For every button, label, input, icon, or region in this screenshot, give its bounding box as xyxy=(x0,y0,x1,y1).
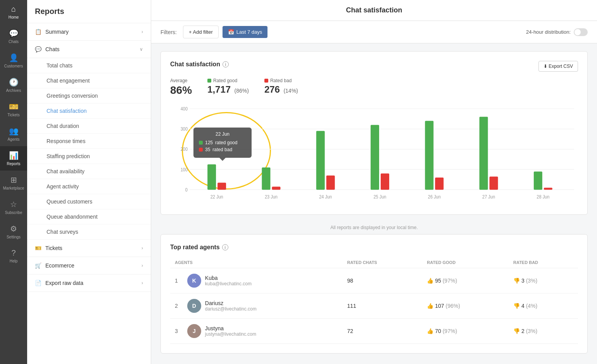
svg-rect-25 xyxy=(480,117,488,190)
svg-text:400: 400 xyxy=(181,106,188,111)
rank-cell: 2 xyxy=(170,293,183,319)
subscribe-icon: ☆ xyxy=(10,200,17,209)
sidebar-subitem-chat-engagement[interactable]: Chat engagement xyxy=(27,73,151,88)
rated-good-value: 1,717 xyxy=(207,84,231,95)
add-filter-button[interactable]: + Add filter xyxy=(183,26,219,38)
sidebar-header: Reports xyxy=(27,0,151,23)
sidebar-subitem-chat-surveys[interactable]: Chat surveys xyxy=(27,224,151,240)
rated-bad-cell: 👎 2 (3%) xyxy=(509,319,578,344)
stat-rated-good: Rated good 1,717 (86%) xyxy=(207,78,249,97)
nav-subscribe[interactable]: ☆ Subscribe xyxy=(0,195,27,219)
sidebar-item-export[interactable]: 📄 Export raw data › xyxy=(27,274,151,292)
stat-rated-bad: Rated bad 276 (14%) xyxy=(264,78,298,97)
nav-settings[interactable]: ⚙ Settings xyxy=(0,219,27,244)
nav-reports[interactable]: 📊 Reports xyxy=(0,146,27,171)
svg-rect-22 xyxy=(425,121,433,190)
svg-rect-26 xyxy=(490,176,498,190)
table-row: 1 K Kuba kuba@livechatinc.com 98 👍 95 (9… xyxy=(170,268,578,293)
svg-text:24 Jun: 24 Jun xyxy=(319,194,332,199)
chart-tooltip: 22 Jun 125 rated good 35 rated bad xyxy=(193,128,252,161)
avatar: D xyxy=(187,299,201,313)
nav-help[interactable]: ? Help xyxy=(0,244,27,268)
tooltip-bad-count: 35 xyxy=(205,147,210,152)
col-rated-good: RATED GOOD xyxy=(422,257,509,268)
agent-email: kuba@livechatinc.com xyxy=(205,281,252,286)
nav-tickets[interactable]: 🎫 Tickets xyxy=(0,97,27,122)
nav-chats[interactable]: 💬 Chats xyxy=(0,24,27,48)
chevron-right-icon: › xyxy=(141,29,143,35)
sidebar-subitem-chat-duration[interactable]: Chat duration xyxy=(27,119,151,134)
agent-name: Dariusz xyxy=(205,300,257,306)
calendar-icon: 📅 xyxy=(228,29,234,35)
sidebar-subitem-chat-satisfaction[interactable]: Chat satisfaction xyxy=(27,104,151,119)
home-icon: ⌂ xyxy=(11,5,16,14)
rated-chats-cell: 98 xyxy=(343,268,423,293)
good-dot xyxy=(207,79,211,83)
rank-cell: 1 xyxy=(170,268,183,293)
toolbar: Filters: + Add filter 📅 Last 7 days 24-h… xyxy=(151,21,597,43)
chevron-right-icon-4: › xyxy=(141,280,143,286)
nav-agents[interactable]: 👥 Agents xyxy=(0,122,27,146)
svg-rect-23 xyxy=(435,178,443,190)
summary-icon: 📋 xyxy=(35,29,41,35)
tooltip-arrow xyxy=(219,158,226,161)
svg-rect-28 xyxy=(534,171,542,190)
agent-name: Justyna xyxy=(205,325,256,331)
filters-label: Filters: xyxy=(160,29,177,35)
export-csv-button[interactable]: ⬇ Export CSV xyxy=(538,61,578,72)
agent-cell: D Dariusz dariusz@livechatinc.com xyxy=(183,293,343,319)
agents-info-icon[interactable]: i xyxy=(222,244,228,250)
average-value: 86% xyxy=(170,84,192,97)
rated-bad-value: 276 xyxy=(264,84,280,95)
distribution-label: 24-hour distribution: xyxy=(526,29,571,35)
sidebar-item-tickets[interactable]: 🎫 Tickets › xyxy=(27,240,151,257)
rated-bad-label: Rated bad xyxy=(264,78,298,83)
agent-email: dariusz@livechatinc.com xyxy=(205,306,257,312)
date-range-button[interactable]: 📅 Last 7 days xyxy=(223,26,268,38)
sidebar-item-ecommerce[interactable]: 🛒 Ecommerce › xyxy=(27,257,151,274)
nav-marketplace[interactable]: ⊞ Marketplace xyxy=(0,171,27,195)
sidebar-subitem-queued-customers[interactable]: Queued customers xyxy=(27,194,151,209)
agents-icon: 👥 xyxy=(9,126,19,136)
chart-area: 22 Jun 125 rated good 35 rated bad xyxy=(170,104,578,205)
nav-home[interactable]: ⌂ Home xyxy=(0,0,27,24)
tooltip-bad-dot xyxy=(199,148,203,152)
sidebar-subitem-agent-activity[interactable]: Agent activity xyxy=(27,179,151,194)
avatar: K xyxy=(187,274,201,288)
ecommerce-icon: 🛒 xyxy=(35,262,41,269)
agent-name: Kuba xyxy=(205,275,252,281)
sidebar-subitem-greetings-conversion[interactable]: Greetings conversion xyxy=(27,88,151,104)
svg-rect-14 xyxy=(272,187,280,190)
svg-rect-16 xyxy=(316,131,325,190)
info-icon[interactable]: i xyxy=(223,61,229,67)
svg-text:22 Jun: 22 Jun xyxy=(211,194,223,199)
table-row: 2 D Dariusz dariusz@livechatinc.com 111 … xyxy=(170,293,578,319)
svg-text:23 Jun: 23 Jun xyxy=(265,194,278,199)
sidebar: Reports 📋 Summary › 💬 Chats ∨ Total chat… xyxy=(27,0,151,364)
local-time-note: All reports are displayed in your local … xyxy=(160,221,588,234)
tickets-section-icon: 🎫 xyxy=(35,245,41,251)
svg-text:28 Jun: 28 Jun xyxy=(537,194,549,199)
sidebar-subitem-staffing-prediction[interactable]: Staffing prediction xyxy=(27,149,151,164)
sidebar-subitem-total-chats[interactable]: Total chats xyxy=(27,58,151,73)
svg-text:0: 0 xyxy=(185,187,188,192)
rated-good-cell: 👍 107 (96%) xyxy=(422,293,509,319)
sidebar-item-chats[interactable]: 💬 Chats ∨ xyxy=(27,41,151,58)
col-agents: AGENTS xyxy=(170,257,343,268)
distribution-toggle[interactable] xyxy=(574,28,588,36)
tooltip-bad-label: rated bad xyxy=(212,147,232,152)
card-header: Chat satisfaction i ⬇ Export CSV xyxy=(170,61,578,72)
sidebar-item-summary[interactable]: 📋 Summary › xyxy=(27,23,151,41)
export-icon: 📄 xyxy=(35,280,41,286)
nav-customers[interactable]: 👤 Customers xyxy=(0,48,27,73)
svg-rect-20 xyxy=(381,174,389,190)
sidebar-subitem-queue-abandonment[interactable]: Queue abandonment xyxy=(27,209,151,224)
sidebar-subitem-response-times[interactable]: Response times xyxy=(27,134,151,149)
rated-good-label: Rated good xyxy=(207,78,249,83)
agent-cell: K Kuba kuba@livechatinc.com xyxy=(183,268,343,293)
tooltip-good-count: 125 xyxy=(205,140,213,145)
nav-archives[interactable]: 🕐 Archives xyxy=(0,73,27,97)
average-label: Average xyxy=(170,78,192,83)
sidebar-subitem-chat-availability[interactable]: Chat availability xyxy=(27,164,151,179)
svg-rect-10 xyxy=(207,164,216,190)
